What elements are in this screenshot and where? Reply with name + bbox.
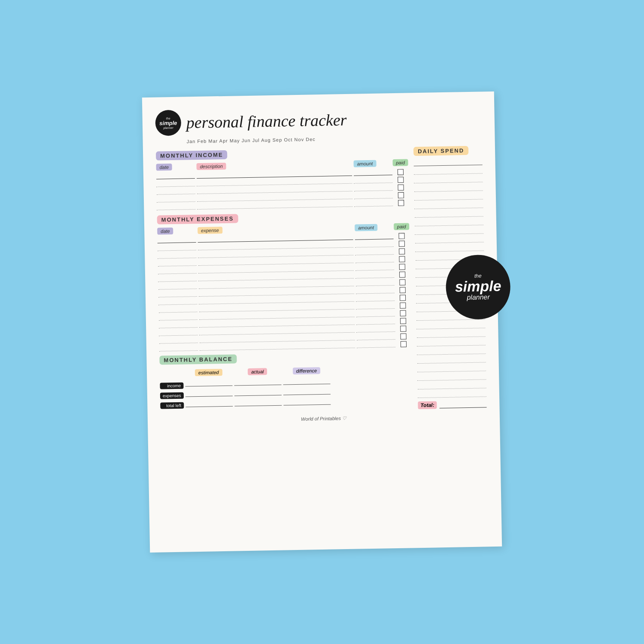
daily-row <box>414 174 483 183</box>
balance-table: income expenses total left estimated <box>160 365 411 410</box>
balance-difference-col: difference <box>283 367 331 409</box>
monthly-expenses-section: MONTHLY EXPENSES date expense amount pai… <box>157 211 410 351</box>
income-checkbox[interactable] <box>398 169 404 175</box>
balance-difference-total[interactable] <box>283 396 331 406</box>
expense-checkbox[interactable] <box>399 279 405 286</box>
income-section-header: MONTHLY INCOME <box>156 150 228 161</box>
balance-section-header: MONTHLY BALANCE <box>159 354 237 365</box>
expense-checkbox[interactable] <box>400 326 406 332</box>
monthly-balance-section: MONTHLY BALANCE income expenses total le… <box>159 351 411 410</box>
footer: World of Printables ♡ <box>161 413 487 424</box>
daily-row <box>414 209 483 218</box>
expense-checkbox[interactable] <box>399 241 405 247</box>
header: the simple planner personal finance trac… <box>155 104 482 136</box>
balance-estimated-header: estimated <box>195 369 222 376</box>
balance-expenses-label: expenses <box>160 392 184 399</box>
balance-actual-expenses[interactable] <box>234 387 281 396</box>
expense-paid-header: paid <box>394 223 410 230</box>
balance-actual-total[interactable] <box>234 397 282 407</box>
income-amount-header: amount <box>353 160 376 167</box>
daily-total-line[interactable] <box>439 401 486 408</box>
balance-difference-expenses[interactable] <box>283 386 330 395</box>
balance-actual-income[interactable] <box>234 377 281 386</box>
daily-row <box>416 329 485 338</box>
daily-row <box>415 234 484 243</box>
daily-row <box>417 337 486 346</box>
income-checkbox[interactable] <box>398 177 404 183</box>
balance-actual-header: actual <box>248 368 267 375</box>
daily-row <box>418 389 486 398</box>
expense-amount-header: amount <box>355 224 377 231</box>
balance-estimated-expenses[interactable] <box>185 388 232 397</box>
daily-row <box>414 200 483 209</box>
expense-date-header: date <box>157 228 173 235</box>
expense-checkbox[interactable] <box>400 295 406 301</box>
daily-row <box>417 372 486 381</box>
months-row: Jan Feb Mar Apr May Jun Jul Aug Sep Oct … <box>187 134 482 144</box>
balance-actual-cells <box>234 377 282 407</box>
daily-section-header: DAILY SPEND <box>413 146 468 156</box>
daily-row <box>415 243 484 252</box>
expense-checkbox[interactable] <box>401 341 407 347</box>
income-checkbox[interactable] <box>398 185 404 191</box>
balance-difference-income[interactable] <box>283 376 330 385</box>
daily-row <box>415 226 483 235</box>
daily-row <box>415 217 483 226</box>
logo-large: the simple planner <box>445 254 511 320</box>
expense-checkbox[interactable] <box>398 233 404 239</box>
logo-planner-text: planner <box>163 126 173 129</box>
balance-totalleft-label: total left <box>160 402 184 409</box>
expense-checkbox[interactable] <box>400 303 406 309</box>
balance-estimated-cells <box>185 377 233 407</box>
left-content: MONTHLY INCOME date description amount p… <box>156 147 411 414</box>
expense-checkbox[interactable] <box>399 264 405 270</box>
expense-checkbox[interactable] <box>399 249 405 255</box>
expense-checkbox[interactable] <box>400 334 406 340</box>
expense-checkbox[interactable] <box>399 272 405 278</box>
income-paid-header: paid <box>392 159 408 166</box>
income-checkbox[interactable] <box>398 192 404 198</box>
balance-income-label: income <box>160 383 183 389</box>
page-title: personal finance tracker <box>186 110 346 132</box>
expense-checkbox[interactable] <box>399 256 405 262</box>
monthly-income-section: MONTHLY INCOME date description amount p… <box>156 147 407 210</box>
balance-estimated-total[interactable] <box>185 398 233 407</box>
daily-row <box>413 157 482 166</box>
daily-row <box>414 183 483 192</box>
income-checkbox[interactable] <box>398 200 404 206</box>
expense-checkbox[interactable] <box>400 310 406 316</box>
balance-estimated-income[interactable] <box>185 377 232 387</box>
expenses-section-header: MONTHLY EXPENSES <box>157 214 238 224</box>
daily-row <box>417 380 486 389</box>
expense-checkbox[interactable] <box>400 318 406 324</box>
balance-estimated-col: estimated <box>185 369 233 410</box>
income-date-header: date <box>156 164 173 171</box>
daily-total-label: Total: <box>418 401 437 409</box>
daily-row <box>416 320 485 329</box>
balance-actual-col: actual <box>234 368 282 410</box>
daily-row <box>414 191 483 200</box>
balance-row-labels: income expenses total left <box>160 370 184 411</box>
expense-checkbox[interactable] <box>400 287 406 293</box>
big-logo-simple: simple <box>455 279 501 294</box>
footer-text: World of Printables ♡ <box>301 416 346 422</box>
finance-tracker-page: the simple planner personal finance trac… <box>142 91 502 553</box>
big-logo-planner: planner <box>467 293 490 301</box>
daily-row <box>417 346 486 355</box>
expense-expense-header: expense <box>197 227 222 234</box>
daily-row <box>417 363 486 372</box>
logo-simple-text: simple <box>159 119 177 126</box>
income-desc-header: description <box>196 163 226 170</box>
balance-difference-header: difference <box>292 367 320 374</box>
daily-row <box>417 355 486 364</box>
main-layout: MONTHLY INCOME date description amount p… <box>156 146 487 413</box>
daily-total-row: Total: <box>418 400 486 409</box>
balance-difference-cells <box>283 376 331 406</box>
logo-small: the simple planner <box>155 110 181 136</box>
daily-row <box>414 166 483 175</box>
